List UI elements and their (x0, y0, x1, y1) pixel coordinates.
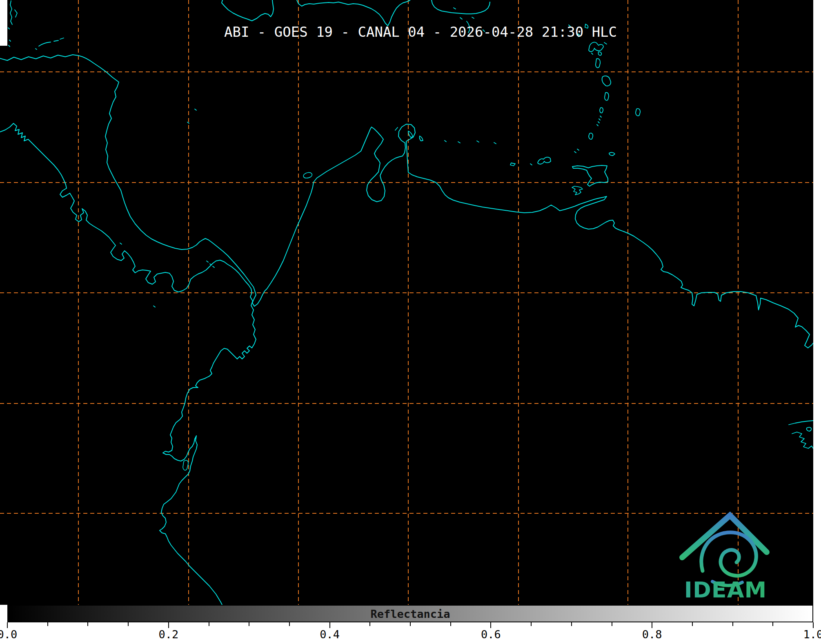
colorbar-major-tick (168, 622, 169, 628)
figure-margin-top-left (0, 0, 7, 46)
lagoon-santa-marta (303, 172, 312, 178)
islands-greater-antilles (222, 0, 490, 26)
colorbar-major-tick (7, 622, 8, 628)
island-puna (183, 460, 188, 470)
islands-small-west (8, 1, 214, 307)
colorbar-minor-tick (209, 622, 209, 626)
colorbar-minor-tick (732, 622, 733, 626)
islands-venezuela-offshore (395, 127, 551, 166)
colorbar-tick-label: 0.4 (320, 628, 340, 641)
colorbar-tick-label: 0.8 (642, 628, 662, 641)
colorbar-tick-label: 0.6 (481, 628, 501, 641)
colorbar-minor-tick (692, 622, 693, 626)
product-title: ABI - GOES 19 - CANAL 04 - 2026-04-28 21… (224, 24, 617, 40)
colorbar-major-tick (813, 622, 814, 628)
colorbar-minor-tick (531, 622, 532, 626)
ideam-logo: IDEAM (670, 506, 784, 604)
colorbar-minor-tick (450, 622, 451, 626)
colorbar-minor-tick (47, 622, 48, 626)
coastline-caribbean-mainland (0, 55, 813, 348)
colorbar-gradient: Reflectancia (7, 605, 813, 622)
logo-swirl-icon (701, 533, 756, 576)
coast-gulf-of-paria (572, 186, 583, 195)
logo-wordmark: IDEAM (684, 577, 767, 603)
satellite-map: ABI - GOES 19 - CANAL 04 - 2026-04-28 21… (0, 0, 821, 605)
colorbar-minor-tick (87, 622, 88, 626)
coast-amazon-fragment (789, 421, 813, 448)
colorbar-minor-tick (249, 622, 249, 626)
colorbar-tick-label: 0.2 (158, 628, 178, 641)
colorbar-minor-tick (571, 622, 572, 626)
colorbar-label: Reflectancia (370, 607, 450, 620)
colorbar-region: Reflectancia 0.00.20.40.60.81.0 (0, 605, 821, 644)
colorbar-minor-tick (772, 622, 773, 626)
colorbar-tick-label: 1.0 (803, 628, 821, 641)
colorbar-minor-tick (128, 622, 129, 626)
colorbar-ticks (0, 622, 821, 630)
colorbar-major-tick (652, 622, 652, 628)
colorbar-minor-tick (612, 622, 612, 626)
colorbar-minor-tick (289, 622, 290, 626)
satellite-product-view: ABI - GOES 19 - CANAL 04 - 2026-04-28 21… (0, 0, 821, 644)
colorbar-minor-tick (410, 622, 411, 626)
island-trinidad (572, 165, 608, 186)
colorbar-major-tick (329, 622, 330, 628)
colorbar-tick-label: 0.0 (0, 628, 17, 641)
colorbar-minor-tick (369, 622, 370, 626)
colorbar-major-tick (490, 622, 491, 628)
figure-margin-right (813, 0, 821, 605)
coastline-pacific-mainland (0, 123, 256, 605)
